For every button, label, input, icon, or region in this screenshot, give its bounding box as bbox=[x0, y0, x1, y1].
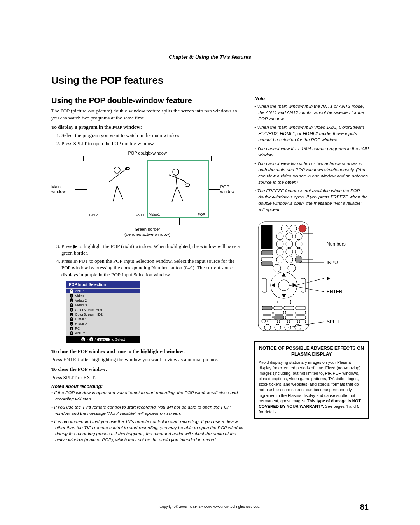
svg-point-25 bbox=[278, 280, 289, 291]
svg-point-4 bbox=[281, 225, 288, 232]
svg-point-47 bbox=[275, 324, 281, 330]
svg-point-16 bbox=[276, 256, 284, 263]
close-body: Press SPLIT or EXIT. bbox=[51, 374, 243, 381]
pop-window-label: POP window bbox=[220, 184, 244, 194]
svg-rect-37 bbox=[262, 316, 272, 319]
pop-input-row-9: 9ANT 2 bbox=[66, 331, 140, 335]
callout-split: SPLIT bbox=[327, 319, 340, 325]
svg-rect-19 bbox=[261, 250, 273, 255]
subhead-close: To close the POP window: bbox=[51, 366, 243, 372]
svg-point-14 bbox=[286, 248, 293, 255]
svg-rect-28 bbox=[278, 300, 291, 304]
svg-point-7 bbox=[276, 233, 284, 240]
rec-note-3: It is recommended that you use the TV's … bbox=[51, 419, 243, 443]
tv-pop-half: Video1 POP bbox=[147, 160, 209, 218]
pop-input-footer: 0 - 9 / INPUT to Select bbox=[66, 336, 140, 342]
svg-point-10 bbox=[276, 241, 284, 248]
svg-point-15 bbox=[295, 248, 302, 255]
step-4: Press INPUT to open the POP Input Select… bbox=[61, 258, 243, 278]
svg-rect-40 bbox=[296, 316, 306, 319]
svg-point-11 bbox=[286, 241, 293, 248]
copyright: Copyright © 2005 TOSHIBA CORPORATION. Al… bbox=[0, 505, 420, 509]
pop-input-selection-table: POP Input Selection 0ANT 1 1Video 1 2Vid… bbox=[66, 281, 140, 343]
tv-box: TV:12 ANT1 Video1 POP bbox=[87, 160, 209, 218]
chapter-header-rule: Chapter 8: Using the TV's features bbox=[51, 51, 369, 63]
pop-input-row-5: 5ColorStream HD2 bbox=[66, 312, 140, 317]
callout-input: INPUT bbox=[327, 260, 341, 265]
svg-rect-20 bbox=[261, 257, 273, 261]
chapter-header: Chapter 8: Using the TV's features bbox=[51, 51, 369, 63]
player-drawing-left bbox=[87, 164, 147, 208]
tv-num-label: TV:12 bbox=[89, 213, 98, 217]
svg-rect-31 bbox=[284, 306, 294, 310]
svg-point-0 bbox=[114, 167, 120, 173]
video1-label: Video1 bbox=[149, 212, 160, 216]
side-notes: When the main window is in the ANT1 or A… bbox=[254, 103, 369, 213]
svg-rect-34 bbox=[274, 311, 284, 314]
svg-rect-26 bbox=[262, 278, 267, 292]
pop-input-row-6: 6HDMI 1 bbox=[66, 317, 140, 321]
note-head: Note: bbox=[254, 96, 369, 102]
warning-body: Avoid displaying stationary images on yo… bbox=[259, 360, 364, 415]
side-note-5: The FREEZE feature is not available when… bbox=[254, 188, 369, 212]
warning-box: NOTICE OF POSSIBLE ADVERSE EFFECTS ON PL… bbox=[254, 341, 369, 419]
svg-rect-51 bbox=[313, 233, 313, 260]
page-number-divider bbox=[374, 501, 374, 512]
pop-input-row-7: 7HDMI 2 bbox=[66, 321, 140, 326]
section-title: Using the POP double-window feature bbox=[51, 96, 243, 105]
subhead-display: To display a program in the POP window: bbox=[51, 124, 243, 130]
svg-rect-36 bbox=[296, 311, 306, 314]
remote-diagram: Numbers INPUT ▶ ENTER SPLIT bbox=[254, 220, 369, 334]
callout-enter: ENTER bbox=[327, 289, 343, 295]
svg-line-57 bbox=[288, 322, 324, 327]
lead-line-left bbox=[75, 189, 87, 190]
svg-rect-21 bbox=[261, 262, 273, 266]
svg-rect-29 bbox=[262, 306, 272, 310]
svg-point-22 bbox=[273, 264, 281, 272]
callout-numbers: Numbers bbox=[327, 241, 346, 247]
intro-paragraph: The POP (picture-out-picture) double-win… bbox=[51, 107, 243, 121]
pop-input-row-4: 4ColorStream HD1 bbox=[66, 307, 140, 312]
ant1-label: ANT1 bbox=[136, 213, 145, 217]
svg-point-9 bbox=[295, 233, 302, 240]
step-3: Press ▶ to highlight the POP (right) win… bbox=[61, 243, 243, 256]
page-title: Using the POP features bbox=[51, 74, 369, 89]
svg-rect-32 bbox=[296, 306, 306, 310]
step-1: Select the program you want to watch in … bbox=[61, 132, 243, 139]
green-border-label: Green border (denotes active window) bbox=[51, 227, 243, 237]
svg-rect-44 bbox=[289, 320, 298, 323]
svg-point-5 bbox=[290, 225, 297, 232]
side-note-1: When the main window is in the ANT1 or A… bbox=[254, 103, 369, 122]
callout-play: ▶ bbox=[327, 276, 331, 281]
side-note-2: When the main window is in Video 1/2/3, … bbox=[254, 124, 369, 143]
svg-point-6 bbox=[299, 225, 306, 232]
svg-line-56 bbox=[289, 285, 324, 292]
svg-rect-42 bbox=[268, 320, 278, 323]
side-note-4: You cannot view two video or two antenna… bbox=[254, 160, 369, 185]
lead-line-right bbox=[209, 189, 220, 190]
rec-note-1: If the POP window is open and you attemp… bbox=[51, 390, 243, 402]
pop-input-row-2: 2Video 2 bbox=[66, 298, 140, 303]
steps-3-4: Press ▶ to highlight the POP (right) win… bbox=[61, 243, 243, 278]
svg-rect-33 bbox=[262, 311, 272, 314]
svg-point-41 bbox=[262, 319, 266, 323]
svg-rect-30 bbox=[274, 306, 282, 310]
svg-rect-38 bbox=[274, 316, 284, 319]
svg-point-18 bbox=[295, 256, 302, 263]
svg-rect-35 bbox=[285, 311, 294, 314]
tv-main-half: TV:12 ANT1 bbox=[87, 160, 147, 218]
svg-rect-43 bbox=[279, 320, 288, 323]
player-drawing-right bbox=[148, 165, 208, 209]
svg-point-13 bbox=[276, 248, 284, 255]
svg-rect-39 bbox=[285, 316, 294, 319]
pop-input-row-0: 0ANT 1 bbox=[66, 289, 140, 293]
pop-input-row-8: 8PC bbox=[66, 326, 140, 331]
rec-note-2: If you use the TV's remote control to st… bbox=[51, 404, 243, 416]
svg-point-49 bbox=[295, 324, 301, 330]
main-window-label: Main window bbox=[51, 184, 75, 194]
steps-display: Select the program you want to watch in … bbox=[61, 132, 243, 147]
close-tune-body: Press ENTER after highlighting the windo… bbox=[51, 356, 243, 363]
warning-title: NOTICE OF POSSIBLE ADVERSE EFFECTS ON PL… bbox=[259, 346, 364, 357]
svg-rect-3 bbox=[261, 225, 272, 249]
svg-point-1 bbox=[173, 169, 179, 175]
